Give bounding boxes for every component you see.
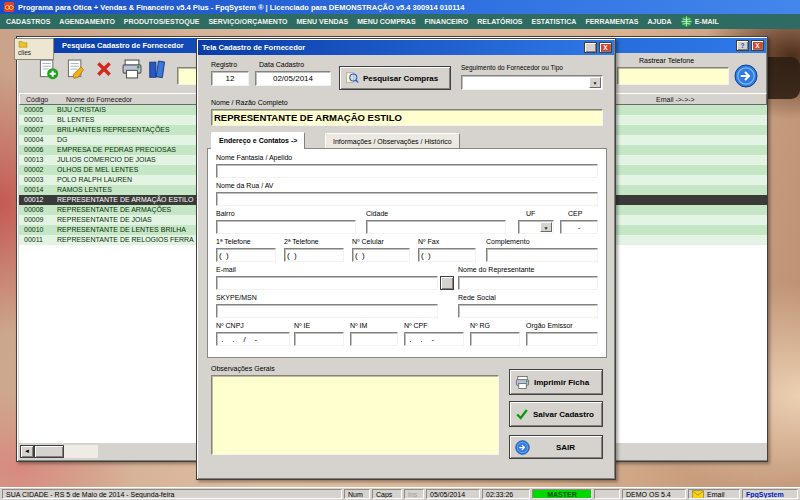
salvar-cadastro-label: Salvar Cadastro: [533, 410, 594, 419]
fax-label: Nº Fax: [418, 238, 439, 245]
sair-button[interactable]: SAIR: [509, 435, 603, 459]
status-email[interactable]: Email: [688, 489, 740, 499]
chevron-down-icon[interactable]: ▼: [589, 77, 601, 88]
modal-title-bar[interactable]: Tela Cadastro de Fornecedor X: [198, 40, 614, 55]
seguimento-label: Seguimento do Fornecedor ou Tipo: [461, 64, 563, 71]
tab-endereco-contatos[interactable]: Endereço e Contatos ->: [211, 132, 305, 149]
im-input[interactable]: [350, 332, 398, 346]
ie-input[interactable]: [294, 332, 344, 346]
folder-icon: [18, 40, 28, 48]
row-name: REPRESENTANTE DE LENTES BRILHA: [57, 226, 186, 233]
bairro-input[interactable]: [216, 220, 356, 234]
data-cadastro-input[interactable]: [255, 71, 331, 86]
app-title: Programa para Otica + Vendas & Financeir…: [18, 3, 464, 12]
telefone2-input[interactable]: [284, 248, 344, 262]
horizontal-scrollbar[interactable]: ◄: [20, 445, 98, 458]
scroll-thumb[interactable]: [34, 445, 64, 458]
fax-input[interactable]: [418, 248, 476, 262]
pesquisar-compras-button[interactable]: Pesquisar Compras: [339, 66, 451, 90]
registro-label: Registro: [211, 61, 237, 68]
cidade-input[interactable]: [366, 220, 506, 234]
menu-item-estatistica[interactable]: ESTATISTICA: [532, 18, 577, 25]
menu-bar: CADASTROSAGENDAMENTOPRODUTOS/ESTOQUESERV…: [0, 14, 800, 29]
cep-input[interactable]: [560, 220, 598, 234]
delete-fornecedor-button[interactable]: [91, 57, 117, 83]
email-input[interactable]: [216, 276, 438, 290]
menu-item-servi-o-or-amento[interactable]: SERVIÇO/ORÇAMENTO: [208, 18, 287, 25]
row-name: EMPRESA DE PEDRAS PRECIOSAS: [57, 146, 176, 153]
skype-input[interactable]: [216, 304, 438, 318]
search-close-button[interactable]: X: [751, 40, 764, 51]
observacoes-label: Observações Gerais: [211, 365, 275, 372]
row-code: 00012: [19, 195, 57, 205]
modal-minimize-button[interactable]: [584, 42, 597, 53]
observacoes-textarea[interactable]: [211, 375, 499, 455]
rg-input[interactable]: [470, 332, 520, 346]
celular-label: Nº Celular: [352, 238, 384, 245]
imprimir-ficha-button[interactable]: Imprimir Ficha: [509, 369, 603, 395]
celular-input[interactable]: [352, 248, 410, 262]
cnpj-input[interactable]: [216, 332, 290, 346]
pesquisar-compras-label: Pesquisar Compras: [363, 74, 438, 83]
fantasia-input[interactable]: [216, 164, 598, 178]
row-code: 00002: [19, 165, 57, 175]
status-date: 05/05/2014: [426, 489, 480, 499]
status-time: 02:33:26: [482, 489, 530, 499]
representante-input[interactable]: [458, 276, 598, 290]
column-nome[interactable]: Nome do Fornecedor: [66, 96, 132, 103]
menu-item-relat-rios[interactable]: RELATÓRIOS: [477, 18, 522, 25]
menu-item-menu-vendas[interactable]: MENU VENDAS: [297, 18, 349, 25]
chevron-down-icon[interactable]: ▼: [540, 222, 552, 232]
books-icon: [147, 58, 169, 80]
menu-item-e-mail[interactable]: E-MAIL: [681, 16, 719, 27]
salvar-cadastro-button[interactable]: Salvar Cadastro: [509, 401, 603, 427]
edit-fornecedor-button[interactable]: [63, 57, 89, 83]
menu-item-agendamento[interactable]: AGENDAMENTO: [59, 18, 114, 25]
row-name: REPRESENTANTE DE RELOGIOS FERRA: [57, 236, 194, 243]
modal-close-button[interactable]: X: [599, 42, 612, 53]
scroll-left-arrow[interactable]: ◄: [20, 445, 34, 458]
rua-input[interactable]: [216, 192, 598, 206]
row-code: 00003: [19, 175, 57, 185]
rastrear-telefone-input[interactable]: [617, 67, 729, 85]
endereco-contatos-panel: Nome Fantasia / Apelido Nome da Rua / AV…: [207, 148, 607, 358]
cpf-input[interactable]: [404, 332, 464, 346]
rede-social-label: Rede Social: [458, 294, 496, 301]
complemento-input[interactable]: [486, 248, 598, 262]
telefone1-input[interactable]: [216, 248, 276, 262]
app-title-bar: Programa para Otica + Vendas & Financeir…: [0, 0, 800, 14]
menu-item-cadastros[interactable]: CADASTROS: [6, 18, 50, 25]
add-fornecedor-button[interactable]: [35, 57, 61, 83]
delete-icon: [93, 58, 115, 80]
row-code: 00005: [19, 105, 57, 115]
uf-label: UF: [526, 210, 535, 217]
menu-item-produtos-estoque[interactable]: PRODUTOS/ESTOQUE: [124, 18, 200, 25]
menu-item-ajuda[interactable]: AJUDA: [648, 18, 672, 25]
status-brand: FpqSystem: [742, 489, 798, 499]
menu-item-ferramentas[interactable]: FERRAMENTAS: [585, 18, 638, 25]
reports-button[interactable]: [145, 57, 171, 83]
uf-dropdown[interactable]: ▼: [518, 220, 554, 234]
seguimento-dropdown[interactable]: ▼: [461, 75, 603, 90]
email-browse-button[interactable]: [440, 276, 454, 290]
registro-input[interactable]: [211, 71, 249, 86]
print-list-button[interactable]: [119, 57, 145, 83]
orgao-emissor-input[interactable]: [526, 332, 598, 346]
search-window-title: Pesquisa Cadastro de Fornecedor: [62, 41, 184, 50]
column-codigo[interactable]: Código: [26, 96, 48, 103]
rastrear-go-button[interactable]: [733, 63, 759, 89]
skype-label: SKYPE/MSN: [216, 294, 257, 301]
status-num: Num: [344, 489, 370, 499]
cnpj-label: Nº CNPJ: [216, 322, 244, 329]
add-icon: [37, 58, 59, 80]
menu-item-menu-compras[interactable]: MENU COMPRAS: [357, 18, 415, 25]
row-name: BIJU CRISTAIS: [57, 106, 106, 113]
tab-informacoes-historico[interactable]: Informações / Observações / Histórico: [325, 133, 460, 149]
printer-icon: [121, 58, 143, 80]
help-button[interactable]: ?: [736, 40, 749, 51]
column-email[interactable]: Email ->->->: [656, 96, 695, 103]
rede-social-input[interactable]: [458, 304, 598, 318]
row-name: REPRESENTANTE DE ARMAÇÕES: [57, 206, 171, 213]
menu-item-financeiro[interactable]: FINANCEIRO: [425, 18, 469, 25]
nome-razao-input[interactable]: [211, 109, 603, 126]
